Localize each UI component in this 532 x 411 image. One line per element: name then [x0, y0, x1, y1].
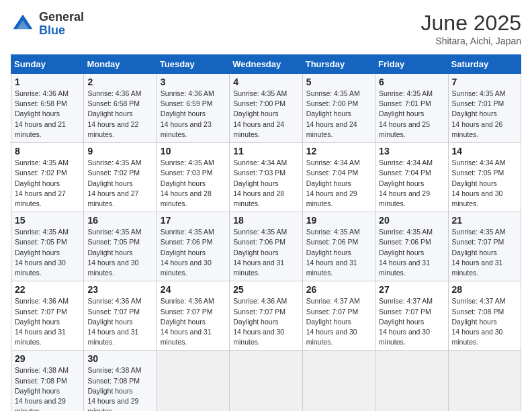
weekday-header-tuesday: Tuesday [157, 55, 229, 74]
day-number: 29 [15, 353, 80, 364]
day-number: 21 [452, 215, 517, 226]
day-number: 4 [233, 77, 298, 87]
day-number: 17 [161, 215, 226, 226]
calendar-cell: 20 Sunrise: 4:35 AM Sunset: 7:06 PM Dayl… [375, 212, 448, 281]
day-info: Sunrise: 4:37 AM Sunset: 7:07 PM Dayligh… [306, 296, 371, 347]
calendar-cell: 26 Sunrise: 4:37 AM Sunset: 7:07 PM Dayl… [302, 281, 375, 351]
day-number: 11 [233, 146, 298, 156]
logo: General Blue [11, 11, 84, 38]
day-info: Sunrise: 4:35 AM Sunset: 7:06 PM Dayligh… [306, 227, 371, 278]
day-info: Sunrise: 4:35 AM Sunset: 7:03 PM Dayligh… [161, 158, 226, 209]
calendar-cell: 29 Sunrise: 4:38 AM Sunset: 7:08 PM Dayl… [11, 351, 84, 411]
day-number: 30 [87, 353, 152, 364]
day-info: Sunrise: 4:36 AM Sunset: 6:59 PM Dayligh… [161, 89, 226, 140]
calendar-cell: 21 Sunrise: 4:35 AM Sunset: 7:07 PM Dayl… [448, 212, 521, 281]
weekday-header-wednesday: Wednesday [230, 55, 302, 74]
day-info: Sunrise: 4:38 AM Sunset: 7:08 PM Dayligh… [15, 365, 80, 411]
calendar-cell [230, 351, 302, 411]
calendar-table: SundayMondayTuesdayWednesdayThursdayFrid… [11, 54, 521, 411]
day-number: 10 [161, 146, 226, 156]
weekday-header-friday: Friday [375, 55, 448, 74]
day-info: Sunrise: 4:37 AM Sunset: 7:07 PM Dayligh… [379, 296, 444, 347]
day-info: Sunrise: 4:35 AM Sunset: 7:00 PM Dayligh… [233, 89, 298, 140]
page-header: General Blue June 2025 Shitara, Aichi, J… [11, 11, 521, 46]
calendar-title: June 2025 [421, 11, 521, 36]
calendar-cell [302, 351, 375, 411]
calendar-cell: 25 Sunrise: 4:36 AM Sunset: 7:07 PM Dayl… [230, 281, 302, 351]
week-row-1: 1 Sunrise: 4:36 AM Sunset: 6:58 PM Dayli… [11, 74, 521, 143]
week-row-4: 22 Sunrise: 4:36 AM Sunset: 7:07 PM Dayl… [11, 281, 521, 351]
weekday-header-monday: Monday [84, 55, 157, 74]
day-info: Sunrise: 4:36 AM Sunset: 6:58 PM Dayligh… [87, 89, 152, 140]
day-number: 18 [233, 215, 298, 226]
calendar-cell: 30 Sunrise: 4:38 AM Sunset: 7:08 PM Dayl… [84, 351, 157, 411]
weekday-header-row: SundayMondayTuesdayWednesdayThursdayFrid… [11, 55, 521, 74]
day-number: 23 [87, 284, 152, 295]
day-number: 24 [161, 284, 226, 295]
weekday-header-thursday: Thursday [302, 55, 375, 74]
day-number: 26 [306, 284, 371, 295]
day-info: Sunrise: 4:35 AM Sunset: 7:01 PM Dayligh… [452, 89, 517, 140]
week-row-3: 15 Sunrise: 4:35 AM Sunset: 7:05 PM Dayl… [11, 212, 521, 281]
day-info: Sunrise: 4:35 AM Sunset: 7:07 PM Dayligh… [452, 227, 517, 278]
day-info: Sunrise: 4:34 AM Sunset: 7:04 PM Dayligh… [379, 158, 444, 209]
day-info: Sunrise: 4:37 AM Sunset: 7:08 PM Dayligh… [452, 296, 517, 347]
day-number: 25 [233, 284, 298, 295]
logo-text: General Blue [39, 11, 84, 38]
calendar-cell: 18 Sunrise: 4:35 AM Sunset: 7:06 PM Dayl… [230, 212, 302, 281]
calendar-cell: 1 Sunrise: 4:36 AM Sunset: 6:58 PM Dayli… [11, 74, 84, 143]
day-info: Sunrise: 4:35 AM Sunset: 7:05 PM Dayligh… [87, 227, 152, 278]
day-info: Sunrise: 4:35 AM Sunset: 7:01 PM Dayligh… [379, 89, 444, 140]
calendar-cell [375, 351, 448, 411]
day-info: Sunrise: 4:34 AM Sunset: 7:03 PM Dayligh… [233, 158, 298, 209]
day-number: 19 [306, 215, 371, 226]
day-number: 27 [379, 284, 444, 295]
week-row-2: 8 Sunrise: 4:35 AM Sunset: 7:02 PM Dayli… [11, 143, 521, 212]
calendar-cell: 27 Sunrise: 4:37 AM Sunset: 7:07 PM Dayl… [375, 281, 448, 351]
day-info: Sunrise: 4:35 AM Sunset: 7:02 PM Dayligh… [15, 158, 80, 209]
day-number: 16 [87, 215, 152, 226]
weekday-header-saturday: Saturday [448, 55, 521, 74]
day-info: Sunrise: 4:36 AM Sunset: 7:07 PM Dayligh… [15, 296, 80, 347]
day-info: Sunrise: 4:35 AM Sunset: 7:05 PM Dayligh… [15, 227, 80, 278]
day-info: Sunrise: 4:36 AM Sunset: 7:07 PM Dayligh… [233, 296, 298, 347]
day-number: 20 [379, 215, 444, 226]
day-number: 3 [161, 77, 226, 87]
day-info: Sunrise: 4:35 AM Sunset: 7:06 PM Dayligh… [379, 227, 444, 278]
day-info: Sunrise: 4:35 AM Sunset: 7:00 PM Dayligh… [306, 89, 371, 140]
day-info: Sunrise: 4:35 AM Sunset: 7:02 PM Dayligh… [87, 158, 152, 209]
day-number: 6 [379, 77, 444, 87]
day-number: 15 [15, 215, 80, 226]
calendar-cell: 8 Sunrise: 4:35 AM Sunset: 7:02 PM Dayli… [11, 143, 84, 212]
week-row-5: 29 Sunrise: 4:38 AM Sunset: 7:08 PM Dayl… [11, 351, 521, 411]
day-info: Sunrise: 4:34 AM Sunset: 7:05 PM Dayligh… [452, 158, 517, 209]
day-number: 7 [452, 77, 517, 87]
calendar-cell: 15 Sunrise: 4:35 AM Sunset: 7:05 PM Dayl… [11, 212, 84, 281]
calendar-cell: 5 Sunrise: 4:35 AM Sunset: 7:00 PM Dayli… [302, 74, 375, 143]
day-number: 9 [87, 146, 152, 156]
logo-icon [11, 12, 35, 36]
weekday-header-sunday: Sunday [11, 55, 84, 74]
day-info: Sunrise: 4:38 AM Sunset: 7:08 PM Dayligh… [87, 365, 152, 411]
day-info: Sunrise: 4:34 AM Sunset: 7:04 PM Dayligh… [306, 158, 371, 209]
day-number: 12 [306, 146, 371, 156]
calendar-cell: 23 Sunrise: 4:36 AM Sunset: 7:07 PM Dayl… [84, 281, 157, 351]
calendar-cell: 19 Sunrise: 4:35 AM Sunset: 7:06 PM Dayl… [302, 212, 375, 281]
day-number: 8 [15, 146, 80, 156]
day-info: Sunrise: 4:35 AM Sunset: 7:06 PM Dayligh… [233, 227, 298, 278]
calendar-cell: 7 Sunrise: 4:35 AM Sunset: 7:01 PM Dayli… [448, 74, 521, 143]
day-info: Sunrise: 4:36 AM Sunset: 7:07 PM Dayligh… [161, 296, 226, 347]
day-number: 2 [87, 77, 152, 87]
calendar-cell: 11 Sunrise: 4:34 AM Sunset: 7:03 PM Dayl… [230, 143, 302, 212]
calendar-cell: 4 Sunrise: 4:35 AM Sunset: 7:00 PM Dayli… [230, 74, 302, 143]
calendar-cell: 13 Sunrise: 4:34 AM Sunset: 7:04 PM Dayl… [375, 143, 448, 212]
day-number: 22 [15, 284, 80, 295]
calendar-cell [157, 351, 229, 411]
day-info: Sunrise: 4:36 AM Sunset: 7:07 PM Dayligh… [87, 296, 152, 347]
calendar-cell: 2 Sunrise: 4:36 AM Sunset: 6:58 PM Dayli… [84, 74, 157, 143]
calendar-cell: 10 Sunrise: 4:35 AM Sunset: 7:03 PM Dayl… [157, 143, 229, 212]
day-number: 5 [306, 77, 371, 87]
calendar-cell: 16 Sunrise: 4:35 AM Sunset: 7:05 PM Dayl… [84, 212, 157, 281]
day-number: 14 [452, 146, 517, 156]
logo-general: General [39, 10, 84, 24]
